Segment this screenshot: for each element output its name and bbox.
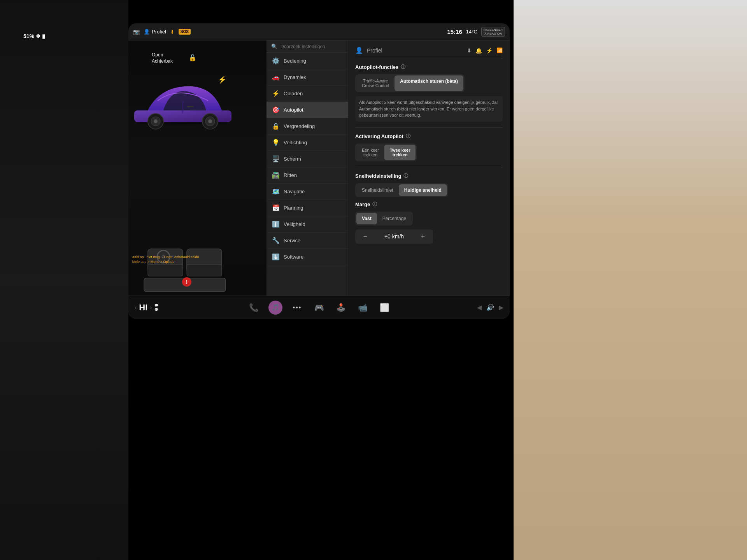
sidebar-item-dynamiek[interactable]: 🚗 Dynamiek [267,69,348,86]
inner-download-icon: ⬇ [467,47,472,54]
inner-bluetooth-icon: ⚡ [486,47,493,54]
speed-section-title: Snelheidsinstelling ⓘ [355,173,503,179]
window-icon[interactable]: ⬜ [377,301,391,315]
traffic-aware-btn[interactable]: Traffic-Aware Cruise Control [356,75,395,91]
verlichting-icon: 💡 [272,139,280,146]
speed-limit-btn[interactable]: Snelheidslimiet [356,184,399,196]
sidebar-item-scherm[interactable]: 🖥️ Scherm [267,151,348,167]
sidebar-item-bediening[interactable]: ⚙️ Bediening [267,53,348,69]
sidebar-item-ritten[interactable]: 🛣️ Ritten [267,167,348,184]
settings-sidebar: 🔍 ⚙️ Bediening 🚗 Dynamiek ⚡ Opladen 🎯 Au… [267,40,348,296]
percentage-btn[interactable]: Percentage [377,213,412,224]
sidebar-label-dynamiek: Dynamiek [284,74,306,80]
left-background [0,0,128,560]
inner-signal-icon: 📶 [496,47,503,53]
clock-display: 15:16 [447,28,462,35]
temperature-display: 14°C [466,29,477,35]
sidebar-label-verlichting: Verlichting [284,140,307,145]
sidebar-item-navigatie[interactable]: 🗺️ Navigatie [267,184,348,200]
sidebar-item-autopilot[interactable]: 🎯 Autopilot [267,102,348,118]
sidebar-item-veiligheid[interactable]: ℹ️ Veiligheid [267,216,348,233]
main-display: 📷 👤 Profiel ⬇ SOS 15:16 14°C PASSENGER A… [128,23,510,319]
taskbar: ‹ HI › 💬 💬 📞 🎵 ••• 🎮 🕹️ 📹 ⬜ ◀ 🔊 ▶ [128,296,510,319]
svg-text:!: ! [186,279,188,285]
sidebar-item-planning[interactable]: 📅 Planning [267,200,348,216]
sidebar-label-ritten: Ritten [284,172,297,178]
sidebar-item-software[interactable]: ⬇️ Software [267,249,348,265]
search-input[interactable] [281,44,343,49]
profile-label: Profiel [152,29,166,35]
vast-btn[interactable]: Vast [356,213,377,224]
bediening-icon: ⚙️ [272,57,280,65]
volume-control: 🔊 [486,304,494,311]
autopilot-icon: 🎯 [272,106,280,114]
inner-profile-label: Profiel [367,47,382,54]
sidebar-label-autopilot: Autopilot [284,107,303,113]
svg-rect-9 [187,106,194,107]
settings-content: 👤 Profiel ⬇ 🔔 ⚡ 📶 Autopilot-functies ⓘ T… [348,40,510,296]
svg-rect-13 [187,264,222,276]
autopilot-info-icon[interactable]: ⓘ [401,64,405,70]
speed-info-icon[interactable]: ⓘ [403,173,408,179]
veiligheid-icon: ℹ️ [272,220,280,228]
auto-steer-btn[interactable]: Automatisch sturen (bèta) [395,75,463,91]
open-trunk-line2: Achterbak [152,58,173,65]
autopilot-section-title: Autopilot-functies ⓘ [355,64,503,70]
navigatie-icon: 🗺️ [272,188,280,195]
car-visualization [128,60,249,138]
sidebar-item-vergrendeling[interactable]: 🔒 Vergrendeling [267,118,348,135]
two-pull-btn[interactable]: Twee keer trekken [384,145,416,160]
profile-button[interactable]: 👤 Profiel [144,29,166,35]
forward-arrow[interactable]: › [150,304,152,311]
speed-current-value: +0 km/h [376,233,412,240]
sidebar-label-opladen: Opladen [284,91,303,96]
sidebar-item-verlichting[interactable]: 💡 Verlichting [267,135,348,151]
divider-1 [355,127,503,128]
right-background [514,0,747,560]
controller-icon[interactable]: 🕹️ [334,301,348,315]
taskbar-back-arrow[interactable]: ◀ [477,304,482,311]
ritten-icon: 🛣️ [272,172,280,179]
apps-icon[interactable]: 🎮 [312,301,326,315]
speed-toggle: Snelheidslimiet Huidige snelheid [355,183,448,197]
sidebar-label-scherm: Scherm [284,156,301,162]
marge-section-title: Marge ⓘ [355,201,503,208]
service-icon: 🔧 [272,237,280,244]
sos-button[interactable]: SOS [179,29,191,35]
inner-status-bar: 👤 Profiel ⬇ 🔔 ⚡ 📶 [355,47,503,58]
taskbar-center: 📞 🎵 ••• 🎮 🕹️ 📹 ⬜ [166,301,472,315]
software-icon: ⬇️ [272,253,280,261]
volume-icon: 🔊 [486,304,494,311]
sidebar-label-service: Service [284,238,300,243]
dynamiek-icon: 🚗 [272,74,280,81]
speed-decrease-button[interactable]: − [361,233,370,241]
back-arrow[interactable]: ‹ [135,304,137,311]
sidebar-label-veiligheid: Veiligheid [284,221,305,227]
open-trunk-line1: Open [152,52,173,58]
search-bar: 🔍 [267,40,348,53]
call-icon[interactable]: 📞 [247,301,261,315]
main-content-area: Open Achterbak 🔓 ⚡ ! [128,40,510,296]
one-pull-btn[interactable]: Één keer trekken [356,145,384,160]
autopilot-function-toggle: Traffic-Aware Cruise Control Automatisch… [355,74,465,92]
taskbar-forward-arrow[interactable]: ▶ [499,304,503,311]
marge-toggle: Vast Percentage [355,212,413,226]
sidebar-label-navigatie: Navigatie [284,189,305,194]
video-icon[interactable]: 📹 [356,301,370,315]
speed-increase-button[interactable]: + [418,233,428,241]
marge-info-icon[interactable]: ⓘ [372,201,377,208]
menu-icon[interactable]: ••• [290,301,304,315]
current-speed-btn[interactable]: Huidige snelheid [399,184,447,196]
open-trunk-button[interactable]: Open Achterbak [152,52,173,64]
sidebar-item-service[interactable]: 🔧 Service [267,233,348,249]
snowflake-icon: ❄ [36,33,40,39]
divider-2 [355,167,503,167]
passenger-airbag-indicator: PASSENGER AIRBAG ON [481,27,505,37]
lock-icon: 🔓 [189,54,196,61]
autopilot-description: Als Autopilot 5 keer wordt uitgeschakeld… [355,96,503,122]
activation-info-icon[interactable]: ⓘ [406,133,410,140]
vergrendeling-icon: 🔒 [272,122,280,130]
sidebar-item-opladen[interactable]: ⚡ Opladen [267,86,348,102]
media-icon[interactable]: 🎵 [268,301,282,315]
warning-message: aald opl. niet mog. - Contr. onbetaald s… [132,255,263,264]
